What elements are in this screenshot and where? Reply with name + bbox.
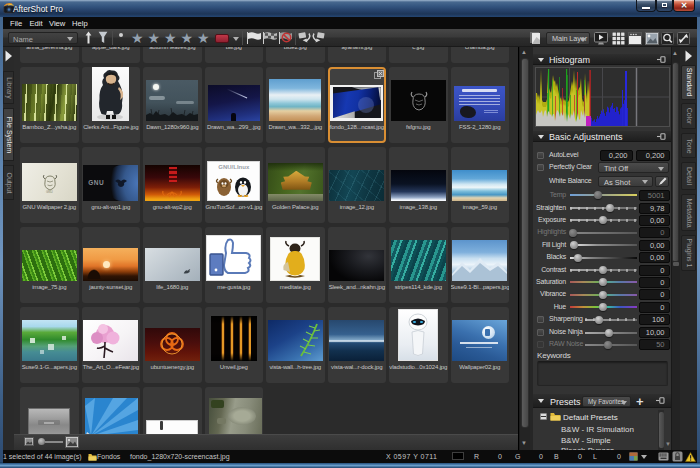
svg-text:GNU: GNU — [46, 189, 53, 193]
